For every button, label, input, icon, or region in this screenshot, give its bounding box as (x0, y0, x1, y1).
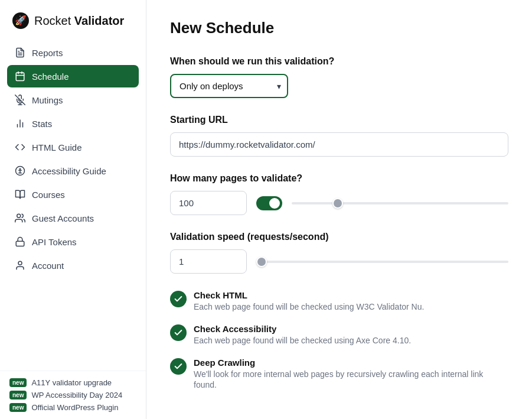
speed-section: Validation speed (requests/second) (170, 232, 508, 274)
badge-new-3: new (9, 403, 27, 412)
when-label: When should we run this validation? (170, 56, 508, 67)
deep-crawling-description: We'll look for more internal web pages b… (194, 369, 483, 389)
sidebar-item-reports[interactable]: Reports (7, 41, 139, 64)
when-dropdown-wrapper: Only on deploys Daily Weekly ▾ (170, 74, 288, 98)
sidebar-item-accessibility-guide-label: Accessibility Guide (32, 166, 106, 176)
sidebar-item-html-guide[interactable]: HTML Guide (7, 136, 139, 158)
when-dropdown[interactable]: Only on deploys Daily Weekly (170, 74, 288, 98)
pages-input[interactable] (170, 191, 247, 215)
sidebar-item-api-tokens[interactable]: API Tokens (7, 230, 139, 253)
html-icon (14, 141, 26, 153)
sidebar-item-api-tokens-label: API Tokens (32, 237, 77, 247)
sidebar-item-accessibility-guide[interactable]: Accessibility Guide (7, 160, 139, 182)
logo-icon: 🚀 (12, 12, 30, 30)
footer-badge-2[interactable]: new WP Accessibility Day 2024 (9, 391, 136, 399)
sidebar-item-courses[interactable]: Courses (7, 183, 139, 206)
pages-toggle-slider (256, 196, 282, 210)
logo: 🚀 Rocket Validator (0, 0, 146, 39)
sidebar-item-mutings-label: Mutings (32, 95, 63, 105)
starting-url-input[interactable] (170, 132, 508, 157)
speed-range-slider[interactable] (256, 261, 508, 263)
speed-row (170, 249, 508, 274)
page-title: New Schedule (170, 19, 508, 37)
sidebar-item-stats-label: Stats (32, 119, 52, 129)
check-accessibility-item: Check Accessibility Each web page found … (170, 324, 508, 346)
sidebar: 🚀 Rocket Validator Reports (0, 0, 146, 419)
reports-icon (14, 47, 26, 59)
deep-crawling-icon (170, 358, 187, 375)
sidebar-nav: Reports Schedule (0, 39, 146, 371)
check-html-text: Check HTML Each web page found will be c… (194, 290, 424, 312)
deep-crawling-item: Deep Crawling We'll look for more intern… (170, 358, 508, 390)
sidebar-item-account-label: Account (32, 261, 64, 271)
courses-icon (14, 189, 26, 200)
sidebar-item-mutings[interactable]: Mutings (7, 89, 139, 111)
logo-text: Rocket Validator (34, 14, 124, 28)
stats-icon (14, 118, 26, 129)
accessibility-icon (14, 165, 26, 177)
svg-rect-4 (16, 73, 24, 81)
sidebar-item-stats[interactable]: Stats (7, 112, 139, 135)
deep-crawling-text: Deep Crawling We'll look for more intern… (194, 358, 508, 390)
check-accessibility-title: Check Accessibility (194, 324, 411, 334)
speed-label: Validation speed (requests/second) (170, 232, 508, 242)
check-html-icon (170, 291, 187, 307)
sidebar-item-html-guide-label: HTML Guide (32, 142, 81, 152)
pages-range-slider[interactable] (292, 202, 508, 204)
check-accessibility-description: Each web page found will be checked usin… (194, 336, 411, 345)
svg-text:🚀: 🚀 (15, 15, 27, 26)
sidebar-item-schedule-label: Schedule (32, 72, 69, 82)
badge-new-2: new (9, 391, 27, 399)
footer-badge-3[interactable]: new Official WordPress Plugin (9, 403, 136, 412)
when-section: When should we run this validation? Only… (170, 56, 508, 98)
svg-rect-17 (16, 241, 24, 246)
pages-row (170, 191, 508, 215)
check-html-description: Each web page found will be checked usin… (194, 302, 424, 311)
starting-url-section: Starting URL (170, 115, 508, 157)
sidebar-footer: new A11Y validator upgrade new WP Access… (0, 371, 146, 419)
mutings-icon (14, 94, 26, 106)
check-accessibility-text: Check Accessibility Each web page found … (194, 324, 411, 346)
svg-point-18 (18, 261, 22, 265)
check-html-title: Check HTML (194, 290, 424, 300)
footer-badge-1[interactable]: new A11Y validator upgrade (9, 378, 136, 387)
main-content: New Schedule When should we run this val… (146, 0, 532, 419)
speed-input[interactable] (170, 249, 247, 274)
starting-url-label: Starting URL (170, 115, 508, 125)
api-icon (14, 236, 26, 248)
footer-badge-2-text: WP Accessibility Day 2024 (31, 391, 122, 399)
sidebar-item-reports-label: Reports (32, 48, 63, 58)
sidebar-item-guest-accounts-label: Guest Accounts (32, 213, 94, 223)
account-icon (14, 259, 26, 271)
guests-icon (14, 212, 26, 224)
deep-crawling-title: Deep Crawling (194, 358, 508, 368)
footer-badge-1-text: A11Y validator upgrade (31, 378, 112, 387)
pages-section: How many pages to validate? (170, 173, 508, 215)
sidebar-item-schedule[interactable]: Schedule (7, 65, 139, 87)
svg-point-16 (17, 214, 21, 217)
pages-toggle[interactable] (256, 196, 282, 210)
check-html-item: Check HTML Each web page found will be c… (170, 290, 508, 312)
footer-badge-3-text: Official WordPress Plugin (31, 403, 118, 412)
sidebar-item-courses-label: Courses (32, 190, 65, 200)
svg-point-15 (19, 168, 21, 170)
pages-label: How many pages to validate? (170, 173, 508, 184)
check-accessibility-icon (170, 324, 187, 341)
schedule-icon (14, 70, 26, 82)
sidebar-item-account[interactable]: Account (7, 254, 139, 277)
sidebar-item-guest-accounts[interactable]: Guest Accounts (7, 207, 139, 229)
badge-new-1: new (9, 378, 27, 387)
